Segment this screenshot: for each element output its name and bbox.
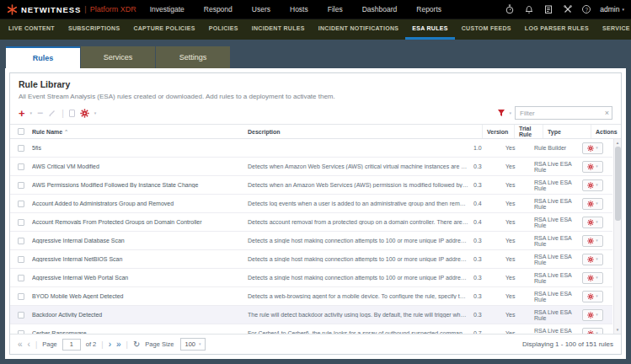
row-checkbox[interactable]: [18, 219, 24, 226]
primary-nav-item[interactable]: Users: [252, 5, 270, 13]
row-actions-button[interactable]: ▾: [582, 254, 603, 265]
row-checkbox[interactable]: [18, 256, 24, 263]
rule-settings-button[interactable]: [80, 109, 89, 118]
row-checkbox[interactable]: [18, 293, 24, 300]
secondary-nav-item[interactable]: LOG PARSER RULES: [518, 19, 596, 40]
first-page-button[interactable]: «: [18, 340, 23, 349]
table-row[interactable]: Cerber Ransomware For Cerber4 to Cerber6…: [10, 324, 612, 334]
table-row[interactable]: Aggressive Internal Web Portal Scan Dete…: [10, 269, 612, 287]
duplicate-rule-button[interactable]: [69, 110, 75, 117]
secondary-nav-item[interactable]: LIVE CONTENT: [2, 19, 61, 40]
column-header-rule-name[interactable]: Rule Name ^: [32, 125, 248, 138]
primary-nav-item[interactable]: Files: [328, 5, 343, 13]
row-actions-button[interactable]: ▾: [582, 309, 603, 321]
column-header-version[interactable]: Version: [482, 125, 514, 138]
prev-page-button[interactable]: ‹: [28, 340, 30, 349]
table-scrollbar[interactable]: ▴ ▾: [613, 139, 621, 334]
rule-trial-cell: Yes: [505, 201, 534, 206]
primary-nav: InvestigateRespondUsersHostsFilesDashboa…: [150, 5, 441, 13]
table-row[interactable]: 5fis 1.0 Yes Rule Builder: [10, 139, 612, 158]
help-icon[interactable]: ?: [582, 5, 591, 13]
table-row[interactable]: AWS Permissions Modified Followed By Ins…: [10, 176, 612, 195]
row-checkbox[interactable]: [18, 275, 24, 281]
table-row[interactable]: AWS Critical VM Modified Detects when Am…: [10, 158, 612, 176]
secondary-nav-item[interactable]: SERVICE TOPOLOGY: [596, 19, 631, 40]
row-actions-button[interactable]: ▾: [582, 161, 603, 173]
column-header-type[interactable]: Type: [543, 125, 591, 138]
rule-trial-cell: Yes: [505, 238, 534, 244]
secondary-nav-item[interactable]: CUSTOM FEEDS: [455, 19, 518, 40]
delete-rule-button[interactable]: −: [37, 108, 43, 118]
scroll-up-icon[interactable]: ▴: [617, 139, 619, 146]
filter-funnel-icon[interactable]: [497, 109, 505, 117]
edit-rule-button[interactable]: [48, 109, 56, 117]
table-row[interactable]: Aggressive Internal NetBIOS Scan Detects…: [10, 250, 612, 269]
row-checkbox[interactable]: [18, 201, 24, 207]
filter-menu-caret-icon[interactable]: ▾: [509, 111, 511, 115]
table-row[interactable]: Account Removals From Protected Groups o…: [10, 213, 612, 232]
add-rule-button[interactable]: +: [19, 108, 25, 119]
row-checkbox[interactable]: [18, 163, 24, 170]
notifications-bell-icon[interactable]: [524, 4, 534, 14]
tools-icon[interactable]: [563, 4, 573, 14]
secondary-nav-item[interactable]: ESA RULES: [405, 19, 455, 40]
row-actions-button[interactable]: ▾: [582, 198, 603, 210]
jobs-report-icon[interactable]: [543, 4, 553, 14]
secondary-nav-label: POLICIES: [209, 25, 238, 31]
row-actions-button[interactable]: ▾: [582, 217, 603, 228]
scrollbar-thumb[interactable]: [615, 147, 621, 221]
table-row[interactable]: BYOD Mobile Web Agent Detected Detects a…: [10, 287, 612, 306]
refresh-icon[interactable]: ↻: [133, 340, 140, 349]
clear-filter-icon[interactable]: ×: [605, 109, 609, 117]
secondary-nav-item[interactable]: INCIDENT NOTIFICATIONS: [312, 19, 406, 40]
column-header-description[interactable]: Description: [248, 125, 482, 138]
primary-nav-item[interactable]: Investigate: [150, 5, 184, 13]
rule-name-cell: Cerber Ransomware: [32, 330, 248, 334]
chevron-down-icon: ▾: [622, 8, 624, 12]
page-number-input[interactable]: [62, 339, 81, 351]
page-size-select[interactable]: 100 ▾: [180, 338, 205, 351]
rule-description-cell: The rule will detect backdoor activity u…: [248, 312, 473, 318]
row-checkbox[interactable]: [18, 312, 24, 318]
rule-type-cell: RSA Live ESA Rule: [534, 328, 582, 335]
rule-type-cell: RSA Live ESA Rule: [534, 179, 582, 191]
last-page-button[interactable]: »: [116, 340, 121, 349]
user-menu[interactable]: admin ▾: [600, 5, 624, 13]
row-checkbox[interactable]: [18, 182, 24, 189]
select-all-checkbox[interactable]: [18, 128, 24, 135]
scroll-down-icon[interactable]: ▾: [617, 326, 619, 333]
secondary-nav-item[interactable]: SUBSCRIPTIONS: [61, 19, 126, 40]
row-actions-button[interactable]: ▾: [582, 272, 603, 284]
top-app-bar: NETWITNESS | Platform XDR InvestigateRes…: [0, 0, 631, 19]
rule-trial-cell: Yes: [505, 182, 534, 188]
tab[interactable]: Settings: [156, 46, 230, 68]
row-checkbox[interactable]: [18, 145, 24, 152]
table-row[interactable]: Account Added to Administrators Group an…: [10, 195, 612, 213]
filter-input[interactable]: [515, 106, 612, 120]
secondary-nav-item[interactable]: CAPTURE POLICIES: [126, 19, 201, 40]
table-row[interactable]: Backdoor Activity Detected The rule will…: [10, 306, 612, 324]
row-actions-button[interactable]: ▾: [582, 328, 603, 335]
secondary-nav-item[interactable]: INCIDENT RULES: [245, 19, 312, 40]
row-actions-button[interactable]: ▾: [582, 179, 603, 191]
settings-menu-caret-icon[interactable]: ▾: [94, 111, 97, 115]
next-page-button[interactable]: ›: [109, 340, 111, 349]
primary-nav-item[interactable]: Respond: [204, 5, 233, 13]
table-row[interactable]: Aggressive Internal Database Scan Detect…: [10, 232, 612, 250]
row-actions-button[interactable]: ▾: [582, 235, 603, 247]
row-checkbox[interactable]: [18, 238, 24, 244]
secondary-nav-item[interactable]: POLICIES: [202, 19, 245, 40]
timer-icon[interactable]: [505, 4, 515, 14]
row-actions-button[interactable]: ▾: [582, 142, 603, 154]
row-actions-button[interactable]: ▾: [582, 291, 603, 302]
column-header-trial-rule[interactable]: Trial Rule: [514, 125, 543, 138]
primary-nav-item[interactable]: Reports: [416, 5, 441, 13]
primary-nav-item[interactable]: Hosts: [290, 5, 308, 13]
tab[interactable]: Services: [81, 46, 155, 68]
primary-nav-item[interactable]: Dashboard: [362, 5, 398, 13]
row-checkbox[interactable]: [18, 330, 24, 335]
column-header-actions: Actions: [591, 125, 621, 138]
add-rule-menu-caret-icon[interactable]: ▾: [30, 111, 33, 115]
tab[interactable]: Rules: [6, 46, 80, 68]
rule-trial-cell: Yes: [505, 330, 534, 334]
